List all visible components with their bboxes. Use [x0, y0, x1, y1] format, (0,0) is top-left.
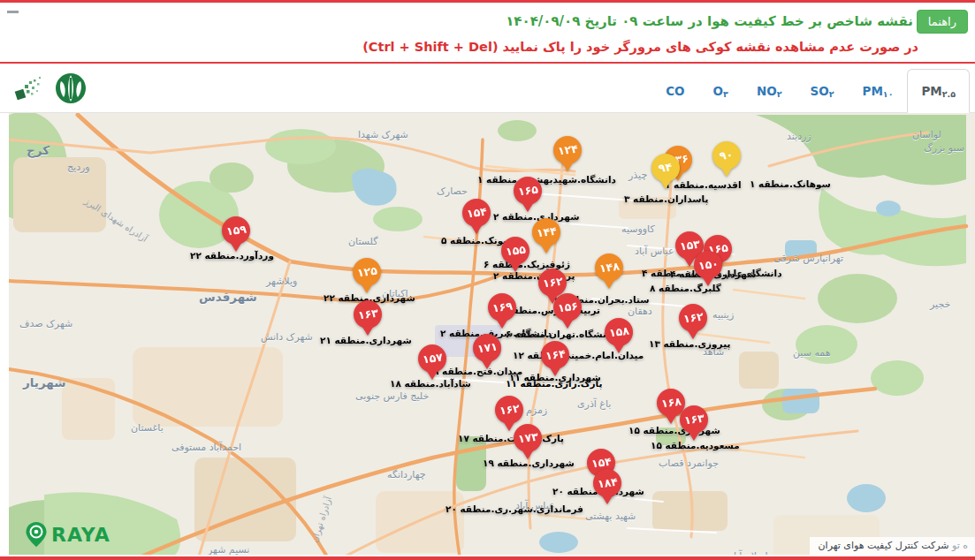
aqi-station-marker[interactable]: ۱۶۹ دانشگاه.شریف.منطقه ۲: [488, 293, 516, 322]
map-place-label: لواسان: [912, 129, 941, 140]
aqi-station-marker[interactable]: ۱۵۰ گلبرگ.منطقه ۸: [694, 251, 722, 279]
aqi-value: ۱۵۵: [505, 244, 526, 258]
aqi-value: ۱۵۶: [557, 300, 578, 314]
air-quality-map-page: نقشه شاخص بر خط کیفیت هوا در ساعت ۰۹ تار…: [0, 0, 975, 560]
map-place-label: جوانمرد قصاب: [659, 458, 719, 469]
station-label: مسعودیه.منطقه ۱۵: [651, 440, 740, 450]
map-place-label: همه سین: [793, 347, 830, 359]
aqi-station-marker[interactable]: ۱۴۴ ژئوفیزیک.منطقه ۶: [532, 218, 560, 246]
aqi-value: ۱۶۲: [499, 403, 520, 417]
aqi-station-marker[interactable]: ۱۶۳ مسعودیه.منطقه ۱۵: [680, 405, 708, 434]
pollutant-name: O: [713, 84, 723, 98]
aqi-value: ۱۵۰: [697, 258, 719, 272]
pollutant-tab[interactable]: O۳: [699, 69, 743, 113]
pollutant-name: NO: [757, 84, 777, 98]
pollutant-tab[interactable]: SO۲: [796, 69, 848, 113]
aqi-value: ۱۵۴: [590, 456, 612, 470]
aqi-value: ۱۶۸: [660, 396, 682, 410]
aqi-station-marker[interactable]: ۹۰ سوهانک.منطقه ۱: [712, 141, 741, 170]
aqi-value: ۱۶۳: [683, 412, 705, 427]
map-place-label: شهریار: [23, 375, 66, 390]
aqi-station-marker[interactable]: ۱۲۴ دانشگاه.شهیدبهشتی.منطقه ۱: [553, 136, 582, 164]
environment-organization-icon: [53, 71, 88, 106]
station-label: شهرداری.منطقه ۱۹: [483, 458, 575, 468]
pollutant-tab[interactable]: PM۲.۵: [907, 69, 970, 113]
aqi-value: ۱۶۲: [682, 311, 704, 325]
raya-pin-icon: [25, 521, 48, 548]
station-label: پاسداران.منطقه ۳: [624, 193, 709, 204]
pollutant-subscript: ۱۰: [883, 89, 894, 99]
logo-strip: [12, 71, 88, 106]
aqi-station-marker[interactable]: ۱۷۱ میدان.فتح.منطقه ۹: [473, 334, 501, 362]
raya-logo[interactable]: RAYA: [25, 521, 110, 548]
aqi-value: ۱۵۹: [225, 223, 247, 238]
aqi-value: ۱۲۵: [356, 265, 377, 279]
pollutant-subscript: ۳: [723, 89, 728, 99]
help-button[interactable]: راهنما: [917, 10, 968, 34]
pollutant-tabbar: COO۳NO۲SO۲PM۱۰PM۲.۵: [651, 69, 970, 113]
aqi-station-marker[interactable]: ۱۶۵ شهرداری.منطقه ۲: [514, 177, 542, 205]
pollutant-name: PM: [862, 84, 882, 98]
aqi-value: ۱۶۹: [491, 300, 513, 314]
aqi-station-marker[interactable]: ۱۵۸ میدان.امام.خمینی.منطقه ۱۲: [605, 318, 633, 346]
map-place-label: زردبند: [787, 131, 811, 142]
aqi-station-marker[interactable]: ۱۴۸ ستاد.بحران.منطقه ۷: [595, 254, 623, 282]
aqi-value: ۱۶۴: [545, 348, 566, 362]
map-place-label: شهرقدس: [199, 290, 257, 304]
pollutant-tab[interactable]: PM۱۰: [848, 69, 907, 113]
pollutant-subscript: ۲.۵: [942, 89, 956, 99]
station-label: شهرداری.منطقه ۱۵: [628, 425, 720, 435]
pollutant-subscript: ۲: [777, 89, 782, 99]
map-place-label: شهید بهشتی: [585, 511, 636, 522]
aqi-station-marker[interactable]: ۱۲۵ شهرداری.منطقه ۲۲: [353, 258, 381, 286]
aqi-station-marker[interactable]: ۹۴ پاسداران.منطقه ۳: [651, 154, 680, 182]
mosaic-emblem-icon: [12, 71, 48, 106]
map-place-label: گلستان: [348, 236, 377, 247]
station-label: فرمانداری.شهر.ری.منطقه ۲۰: [446, 503, 583, 514]
aqi-station-marker[interactable]: ۱۶۴ شهرداری.منطقه ۱۱: [541, 341, 569, 369]
aqi-station-marker[interactable]: ۱۶۲ پارک.سلامت.منطقه ۱۷: [495, 396, 523, 424]
station-label: گلبرگ.منطقه ۸: [650, 283, 721, 293]
map-place-label: دهقان: [628, 306, 652, 317]
aqi-station-marker[interactable]: ۱۵۷ شادآباد.منطقه ۱۸: [418, 344, 446, 373]
aqi-station-marker[interactable]: ۱۶۲ پیروزی.منطقه ۱۳: [679, 304, 707, 332]
raya-logo-text: RAYA: [51, 524, 110, 546]
map-place-label: شهرک شهدا: [358, 129, 408, 140]
aqi-station-marker[interactable]: ۱۶۲ تربیت.مدرس.منطقه ۶: [538, 269, 567, 297]
map-attribution[interactable]: ه تو شرکت کنترل کیفیت هوای تهران: [810, 537, 975, 555]
aqi-value: ۱۶۵: [517, 184, 538, 198]
page-title: نقشه شاخص بر خط کیفیت هوا در ساعت ۰۹ تار…: [506, 13, 913, 29]
map-place-label: حصارک: [437, 185, 468, 197]
station-label: پیروزی.منطقه ۱۳: [649, 338, 730, 349]
station-label: شهرداری.منطقه ۲: [493, 211, 579, 222]
minimize-dash[interactable]: [7, 11, 19, 13]
aqi-station-marker[interactable]: ۱۷۳ شهرداری.منطقه ۱۹: [514, 424, 542, 452]
map-place-label: کرج: [27, 143, 50, 157]
attribution-text[interactable]: شرکت کنترل کیفیت هوای تهران: [819, 540, 949, 551]
aqi-value: ۱۶۳: [357, 307, 378, 322]
station-label: دانشگاه.تهران.منطقه ۶: [506, 329, 614, 339]
map-place-label: چهاردانگه: [387, 469, 426, 481]
pollutant-tab[interactable]: CO: [651, 69, 698, 113]
map-place-label: باغستان: [131, 422, 164, 434]
aqi-value: ۹۰: [720, 149, 735, 163]
map-place-label: کاووسیه: [621, 223, 655, 235]
map-place-label: زمزم: [526, 405, 547, 416]
aqi-value: ۱۵۴: [466, 206, 487, 220]
map-place-label: احمدآباد مستوفی: [171, 442, 241, 453]
station-label: دانشگاه.شهیدبهشتی.منطقه ۱: [477, 174, 616, 185]
aqi-station-marker[interactable]: ۱۸۴ فرمانداری.شهر.ری.منطقه ۲۰: [593, 469, 621, 497]
aqi-station-marker[interactable]: ۱۵۴ پونک.منطقه ۵: [462, 199, 491, 227]
station-label: شادآباد.منطقه ۱۸: [390, 378, 471, 389]
station-label: ژئوفیزیک.منطقه ۶: [484, 259, 570, 269]
cookie-warning-text: در صورت عدم مشاهده نقشه کوکی های مرورگر …: [362, 40, 918, 54]
bottom-red-divider: [0, 556, 975, 560]
aqi-station-marker[interactable]: ۱۶۳ شهرداری.منطقه ۲۱: [354, 300, 382, 329]
aqi-station-marker[interactable]: ۱۵۵ پردیسان.منطقه ۲: [501, 237, 529, 265]
aqi-station-marker[interactable]: ۱۵۶ دانشگاه.تهران.منطقه ۶: [553, 293, 582, 322]
station-label: وردآورد.منطقه ۲۲: [190, 250, 274, 261]
pollutant-tab[interactable]: NO۲: [743, 69, 796, 113]
map-place-label: عباس آباد: [635, 246, 674, 257]
aqi-station-marker[interactable]: ۱۵۹ وردآورد.منطقه ۲۲: [222, 216, 250, 245]
map-place-label: باغ آذری: [577, 398, 611, 410]
